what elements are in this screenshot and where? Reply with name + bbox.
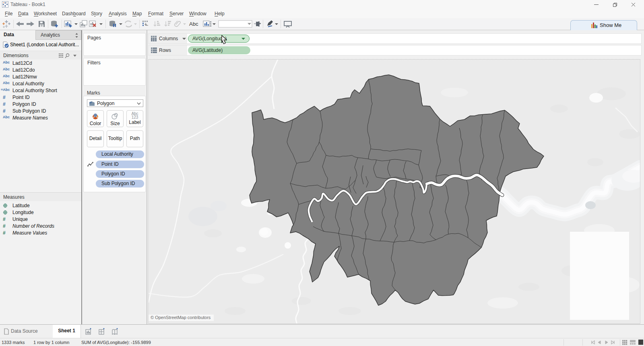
svg-text:Abc: Abc xyxy=(189,21,198,27)
